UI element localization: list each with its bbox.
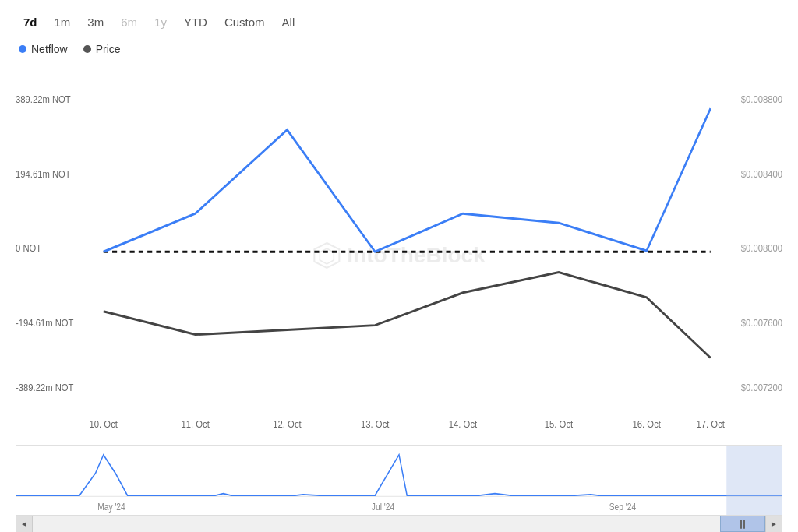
main-chart-svg: 389.22m NOT 194.61m NOT 0 NOT -194.61m N… [16, 69, 782, 442]
time-btn-all[interactable]: All [274, 12, 303, 32]
netflow-dot [19, 45, 26, 53]
x-label-0: 10. Oct [90, 418, 118, 430]
time-btn-custom[interactable]: Custom [217, 12, 273, 32]
y-right-2: $0.008000 [741, 242, 782, 254]
scroll-track[interactable] [33, 516, 765, 532]
mini-chart-container: May '24 Jul '24 Sep '24 [16, 445, 782, 515]
mini-netflow-line [16, 455, 782, 495]
scroll-left-button[interactable]: ◄ [16, 516, 33, 533]
time-btn-1m[interactable]: 1m [47, 12, 79, 32]
mini-x-0: May '24 [97, 502, 125, 512]
scroll-handle [740, 520, 745, 529]
y-right-1: $0.008400 [741, 168, 782, 180]
time-btn-ytd[interactable]: YTD [176, 12, 215, 32]
x-label-5: 15. Oct [545, 418, 574, 430]
x-label-3: 13. Oct [361, 418, 390, 430]
mini-chart-svg: May '24 Jul '24 Sep '24 [16, 446, 782, 515]
price-label: Price [96, 43, 121, 55]
x-label-1: 11. Oct [181, 418, 210, 430]
main-chart: IntoTheBlock 389.22m NOT 194.61m NOT 0 N… [16, 69, 782, 442]
y-label-1: 194.61m NOT [16, 168, 71, 180]
chart-area: IntoTheBlock 389.22m NOT 194.61m NOT 0 N… [16, 69, 782, 532]
y-label-4: -389.22m NOT [16, 382, 74, 394]
price-dot [83, 45, 91, 53]
netflow-label: Netflow [31, 43, 68, 55]
price-line [104, 273, 711, 358]
legend-netflow: Netflow [19, 43, 68, 55]
main-container: 7d1m3m6m1yYTDCustomAll Netflow Price Int… [0, 0, 798, 532]
scroll-right-button[interactable]: ► [765, 516, 782, 533]
scroll-thumb[interactable] [720, 516, 765, 532]
handle-line-2 [743, 520, 745, 529]
mini-selection-area [726, 446, 782, 515]
y-label-2: 0 NOT [16, 242, 42, 254]
mini-x-2: Sep '24 [609, 502, 636, 512]
mini-x-1: Jul '24 [372, 502, 394, 512]
netflow-line [104, 108, 711, 252]
scrollbar[interactable]: ◄ ► [16, 515, 782, 532]
time-btn-3m[interactable]: 3m [79, 12, 111, 32]
legend-price: Price [83, 43, 121, 55]
x-label-7: 17. Oct [697, 418, 726, 430]
x-label-2: 12. Oct [273, 418, 302, 430]
y-right-0: $0.008800 [741, 93, 782, 105]
x-label-6: 16. Oct [633, 418, 662, 430]
handle-line-1 [740, 520, 742, 529]
time-btn-7d[interactable]: 7d [16, 12, 45, 32]
y-label-3: -194.61m NOT [16, 317, 74, 329]
time-range-selector: 7d1m3m6m1yYTDCustomAll [16, 12, 782, 32]
time-btn-1y: 1y [147, 12, 175, 32]
y-right-4: $0.007200 [741, 382, 782, 394]
x-label-4: 14. Oct [449, 418, 478, 430]
time-btn-6m: 6m [113, 12, 145, 32]
y-label-0: 389.22m NOT [16, 93, 71, 105]
chart-legend: Netflow Price [19, 43, 782, 55]
y-right-3: $0.007600 [741, 317, 782, 329]
